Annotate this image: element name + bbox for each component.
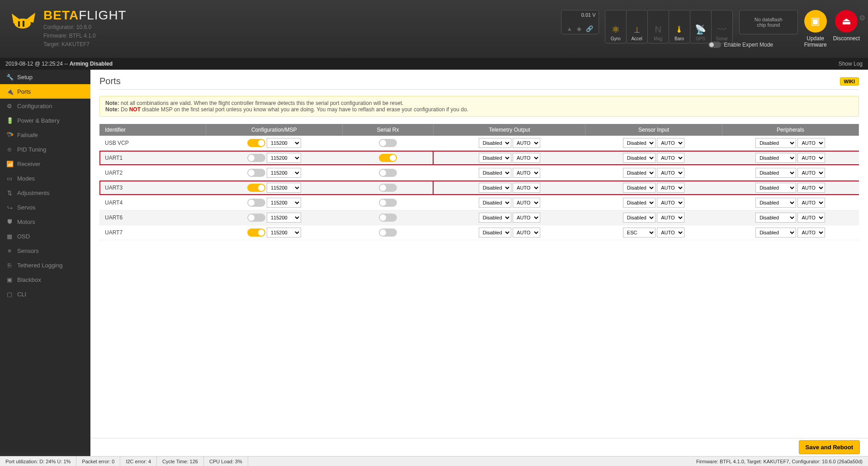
sidebar-item-power-battery[interactable]: 🔋Power & Battery (0, 113, 90, 128)
select[interactable]: AUTO (657, 138, 684, 148)
usb-icon: ⏏ (842, 15, 851, 27)
settings-gear-icon[interactable]: ⚙ (859, 14, 865, 22)
select[interactable]: AUTO (657, 213, 684, 223)
select[interactable]: Disabled (623, 183, 656, 193)
select[interactable]: AUTO (657, 198, 684, 208)
select[interactable]: AUTO (657, 228, 684, 238)
toggle[interactable] (379, 169, 397, 177)
sidebar-item-cli[interactable]: ▢CLI (0, 287, 90, 301)
sidebar-item-motors[interactable]: ⛊Motors (0, 214, 90, 229)
sidebar-item-configuration[interactable]: ⚙Configuration (0, 99, 90, 113)
toggle[interactable] (247, 139, 265, 147)
select[interactable]: AUTO (797, 213, 825, 223)
select[interactable]: ESC (623, 228, 656, 238)
select[interactable]: Disabled (623, 213, 656, 223)
sidebar-item-modes[interactable]: ▭Modes (0, 171, 90, 185)
select[interactable]: 115200 (267, 213, 301, 223)
select[interactable]: 115200 (267, 168, 301, 178)
select[interactable]: AUTO (657, 183, 684, 193)
select[interactable]: AUTO (657, 168, 684, 178)
sidebar-item-adjustments[interactable]: ⇅Adjustments (0, 185, 90, 200)
select[interactable]: 115200 (267, 153, 301, 163)
toggle[interactable] (247, 214, 265, 222)
sidebar-item-tethered-logging[interactable]: ⎘Tethered Logging (0, 258, 90, 272)
arming-status: Arming Disabled (70, 61, 113, 67)
select[interactable]: Disabled (623, 138, 656, 148)
toggle[interactable] (247, 228, 265, 237)
toggle[interactable] (247, 169, 265, 177)
select[interactable]: Disabled (755, 213, 796, 223)
select[interactable]: Disabled (479, 138, 511, 148)
select[interactable]: AUTO (513, 138, 540, 148)
sidebar-item-sensors[interactable]: ≡Sensors (0, 243, 90, 258)
battery-voltage: 0.01 V (564, 12, 596, 18)
select[interactable]: AUTO (797, 138, 825, 148)
select[interactable]: Disabled (479, 168, 511, 178)
select[interactable]: Disabled (479, 183, 511, 193)
select[interactable]: Disabled (755, 228, 796, 238)
sidebar-item-ports[interactable]: 🔌Ports (0, 84, 90, 99)
svg-rect-2 (23, 21, 24, 27)
gyro-icon: ⚛ (612, 24, 620, 35)
packet-error: Packet error: 0 (76, 456, 120, 466)
select[interactable]: Disabled (623, 168, 656, 178)
select[interactable]: AUTO (797, 228, 825, 238)
sidebar-item-pid-tuning[interactable]: ⎊PID Tuning (0, 142, 90, 157)
sidebar-icon: ⎊ (6, 146, 13, 153)
logo: BETAFLIGHT Configurator: 10.6.0 Firmware… (9, 8, 127, 48)
select[interactable]: AUTO (513, 198, 540, 208)
select[interactable]: 115200 (267, 228, 301, 238)
sensor-label: Sonar (716, 36, 728, 41)
bee-logo-icon (9, 8, 38, 35)
disconnect-button[interactable]: ⏏ Disconnect (833, 10, 860, 42)
select[interactable]: AUTO (513, 228, 540, 238)
select[interactable]: 115200 (267, 183, 301, 193)
select[interactable]: Disabled (623, 198, 656, 208)
select[interactable]: AUTO (797, 198, 825, 208)
update-firmware-button[interactable]: ▣ Update Firmware (804, 10, 827, 48)
show-log-button[interactable]: Show Log (839, 61, 863, 67)
toggle[interactable] (379, 199, 397, 207)
sidebar-item-osd[interactable]: ▦OSD (0, 229, 90, 243)
toggle[interactable] (379, 184, 397, 192)
select[interactable]: Disabled (479, 198, 511, 208)
select[interactable]: AUTO (657, 153, 684, 163)
select[interactable]: Disabled (479, 153, 511, 163)
select[interactable]: 115200 (267, 198, 301, 208)
select[interactable]: Disabled (755, 183, 796, 193)
sidebar-item-blackbox[interactable]: ▣Blackbox (0, 272, 90, 287)
select[interactable]: Disabled (755, 138, 796, 148)
toggle[interactable] (379, 139, 397, 147)
select[interactable]: Disabled (479, 228, 511, 238)
toggle[interactable] (247, 184, 265, 192)
cycle-time: Cycle Time: 126 (157, 456, 204, 466)
sidebar-item-label: Tethered Logging (17, 262, 62, 269)
select[interactable]: AUTO (513, 213, 540, 223)
select[interactable]: AUTO (513, 168, 540, 178)
expert-mode-toggle[interactable]: Enable Expert Mode (708, 42, 773, 48)
select[interactable]: AUTO (513, 183, 540, 193)
select[interactable]: AUTO (513, 153, 540, 163)
wiki-button[interactable]: WIKI (840, 77, 859, 86)
toggle[interactable] (379, 228, 397, 237)
app-header: BETAFLIGHT Configurator: 10.6.0 Firmware… (0, 0, 868, 58)
save-reboot-button[interactable]: Save and Reboot (799, 440, 860, 454)
toggle[interactable] (379, 214, 397, 222)
toggle[interactable] (247, 154, 265, 162)
select[interactable]: AUTO (797, 153, 825, 163)
select[interactable]: AUTO (797, 168, 825, 178)
toggle[interactable] (247, 199, 265, 207)
select[interactable]: AUTO (797, 183, 825, 193)
select[interactable]: Disabled (755, 153, 796, 163)
select[interactable]: Disabled (479, 213, 511, 223)
sidebar-item-servos[interactable]: ⮑Servos (0, 200, 90, 214)
sidebar-item-failsafe[interactable]: 🪂Failsafe (0, 128, 90, 142)
toggle[interactable] (379, 154, 397, 162)
select[interactable]: Disabled (755, 168, 796, 178)
sidebar-item-receiver[interactable]: 📶Receiver (0, 157, 90, 171)
select[interactable]: Disabled (623, 153, 656, 163)
sidebar-item-label: Power & Battery (17, 117, 60, 124)
select[interactable]: Disabled (755, 198, 796, 208)
select[interactable]: 115200 (267, 138, 301, 148)
sidebar-item-setup[interactable]: 🔧Setup (0, 70, 90, 84)
